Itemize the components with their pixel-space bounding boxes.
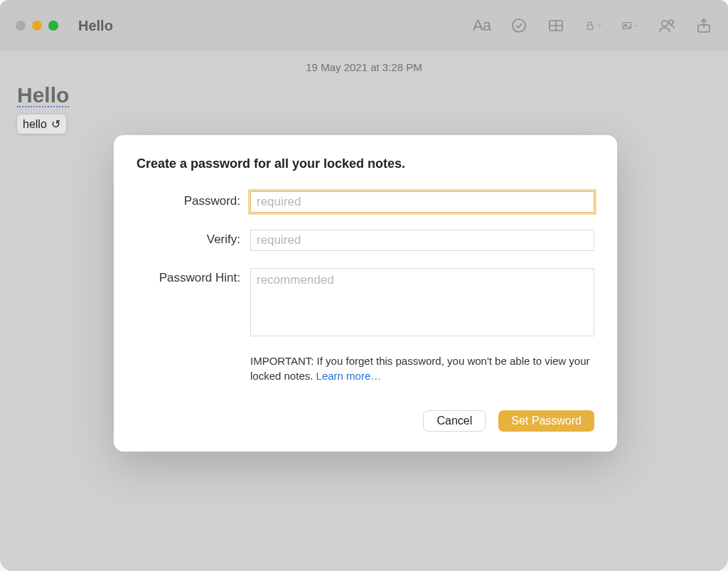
- notes-window: Hello Aa 19 May 2: [0, 0, 728, 571]
- password-row: Password:: [136, 191, 594, 213]
- dialog-title: Create a password for all your locked no…: [136, 156, 594, 171]
- verify-label: Verify:: [136, 230, 250, 247]
- important-text: IMPORTANT: If you forget this password, …: [250, 355, 590, 382]
- important-notice: IMPORTANT: If you forget this password, …: [250, 353, 592, 383]
- verify-row: Verify:: [136, 230, 594, 251]
- dialog-buttons: Cancel Set Password: [136, 410, 594, 432]
- password-label: Password:: [136, 191, 250, 208]
- set-password-button[interactable]: Set Password: [498, 410, 594, 432]
- hint-label: Password Hint:: [136, 268, 250, 285]
- learn-more-link[interactable]: Learn more…: [316, 370, 382, 382]
- verify-input[interactable]: [250, 230, 594, 251]
- cancel-button[interactable]: Cancel: [423, 410, 486, 432]
- create-password-dialog: Create a password for all your locked no…: [114, 135, 617, 452]
- hint-input[interactable]: [250, 268, 594, 336]
- password-input[interactable]: [250, 191, 594, 213]
- hint-row: Password Hint:: [136, 268, 594, 336]
